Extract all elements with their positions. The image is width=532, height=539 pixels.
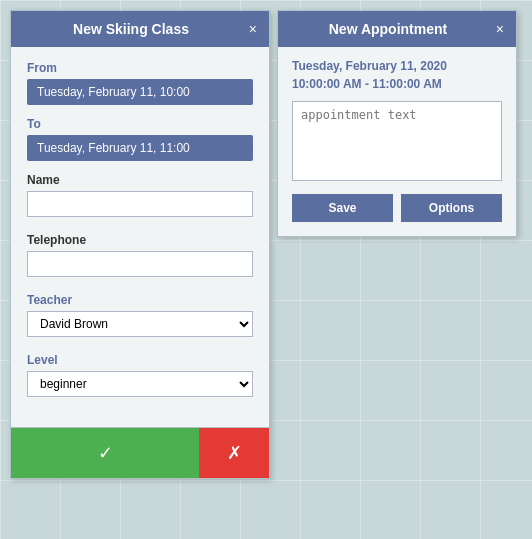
confirm-icon: ✓	[98, 442, 113, 464]
cancel-button[interactable]: ✗	[199, 428, 269, 478]
appointment-panel-close-button[interactable]: ×	[492, 21, 508, 37]
skiing-panel-footer: ✓ ✗	[11, 427, 269, 478]
from-value: Tuesday, February 11, 10:00	[27, 79, 253, 105]
save-button[interactable]: Save	[292, 194, 393, 222]
to-value: Tuesday, February 11, 11:00	[27, 135, 253, 161]
telephone-input[interactable]	[27, 251, 253, 277]
teacher-section: Teacher David Brown Jane Smith John Doe	[27, 293, 253, 349]
teacher-label: Teacher	[27, 293, 253, 307]
skiing-class-panel: New Skiing Class × From Tuesday, Februar…	[10, 10, 270, 479]
level-select[interactable]: beginner intermediate advanced	[27, 371, 253, 397]
appointment-textarea[interactable]	[292, 101, 502, 181]
telephone-section: Telephone	[27, 233, 253, 289]
name-label: Name	[27, 173, 253, 187]
appointment-date-line1: Tuesday, February 11, 2020	[292, 57, 502, 75]
skiing-panel-body: From Tuesday, February 11, 10:00 To Tues…	[11, 47, 269, 427]
appointment-panel-title: New Appointment	[329, 21, 447, 37]
skiing-panel-close-button[interactable]: ×	[245, 21, 261, 37]
appointment-action-buttons: Save Options	[292, 194, 502, 222]
appointment-panel: New Appointment × Tuesday, February 11, …	[277, 10, 517, 237]
appointment-date: Tuesday, February 11, 2020 10:00:00 AM -…	[292, 57, 502, 93]
appointment-panel-header: New Appointment ×	[278, 11, 516, 47]
level-label: Level	[27, 353, 253, 367]
level-section: Level beginner intermediate advanced	[27, 353, 253, 409]
name-input[interactable]	[27, 191, 253, 217]
name-section: Name	[27, 173, 253, 229]
to-section: To Tuesday, February 11, 11:00	[27, 117, 253, 161]
options-button[interactable]: Options	[401, 194, 502, 222]
from-label: From	[27, 61, 253, 75]
skiing-panel-header: New Skiing Class ×	[11, 11, 269, 47]
telephone-label: Telephone	[27, 233, 253, 247]
appointment-panel-body: Tuesday, February 11, 2020 10:00:00 AM -…	[278, 47, 516, 236]
skiing-panel-title: New Skiing Class	[73, 21, 189, 37]
appointment-date-line2: 10:00:00 AM - 11:00:00 AM	[292, 75, 502, 93]
confirm-button[interactable]: ✓	[11, 428, 199, 478]
to-label: To	[27, 117, 253, 131]
from-section: From Tuesday, February 11, 10:00	[27, 61, 253, 105]
cancel-icon: ✗	[227, 442, 242, 464]
teacher-select[interactable]: David Brown Jane Smith John Doe	[27, 311, 253, 337]
